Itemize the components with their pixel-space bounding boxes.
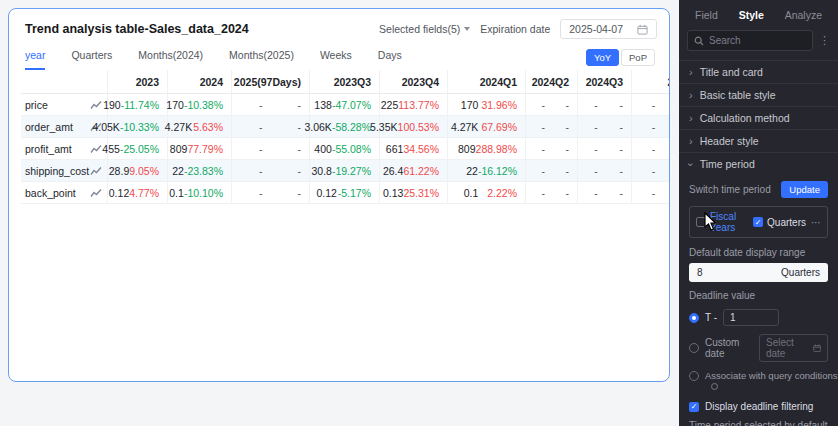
tab-year[interactable]: year — [25, 49, 45, 70]
cell-value: 138 — [305, 99, 332, 111]
custom-date-option: Custom date Select date — [689, 334, 828, 362]
cell-percent: -55.08% — [332, 143, 371, 155]
cell-value: 30.8 — [305, 165, 332, 177]
default-range-label: Default date display range — [689, 247, 828, 258]
table-cell: -- — [231, 116, 309, 138]
cell-percent: - — [545, 165, 569, 177]
cell-value: 225 — [372, 99, 398, 111]
section-header-style[interactable]: ›Header style — [679, 129, 838, 152]
cell-percent: -19.27% — [332, 165, 371, 177]
update-button[interactable]: Update — [781, 181, 828, 198]
cell-percent: 67.69% — [478, 121, 517, 133]
cell-percent: - — [598, 143, 623, 155]
corner-cell — [85, 70, 107, 94]
search-input[interactable]: Search — [687, 30, 813, 51]
row-label: shipping_cost — [21, 160, 85, 182]
column-header-2024q2[interactable]: 2024Q2 — [525, 70, 577, 94]
column-header-2024q1[interactable]: 2024Q1 — [447, 70, 525, 94]
table-cell: -- — [231, 94, 309, 116]
tab-months-2024[interactable]: Months(2024) — [138, 49, 203, 70]
table-cell: -- — [631, 182, 669, 204]
table-row-back-point: back_point0.124.77%0.1-10.10%--0.12-5.17… — [21, 182, 669, 204]
cell-percent: - — [598, 187, 623, 199]
column-header-2024[interactable]: 2024 — [167, 70, 231, 94]
search-icon — [694, 36, 704, 46]
more-options-icon[interactable]: ⋮ — [819, 34, 830, 47]
display-deadline-checkbox[interactable]: ✓ Display deadline filtering — [689, 401, 828, 412]
cell-percent: - — [598, 165, 623, 177]
cell-percent: - — [545, 121, 569, 133]
cell-percent: 2.22% — [478, 187, 517, 199]
range-value: 8 — [697, 267, 703, 278]
cell-percent: 9.05% — [129, 165, 159, 177]
cell-value: 5.35K — [370, 121, 397, 133]
column-header-2023q4[interactable]: 2023Q4 — [379, 70, 447, 94]
table-row-shipping-cost: shipping_cost28.99.05%22-23.83%--30.8-19… — [21, 160, 669, 182]
custom-date-radio[interactable] — [689, 343, 699, 353]
cell-value: - — [526, 165, 545, 177]
table-header-row: 202320242025(97Days)2023Q32023Q42024Q120… — [21, 70, 669, 94]
selected-fields-dropdown[interactable]: Selected fields(5) — [379, 23, 470, 35]
section-title-and-card[interactable]: ›Title and card — [679, 60, 838, 83]
associate-radio[interactable] — [689, 371, 699, 381]
section-basic-table-style[interactable]: ›Basic table style — [679, 83, 838, 106]
expiration-date-input[interactable]: 2025-04-07 — [560, 19, 657, 39]
cell-value: - — [232, 165, 262, 177]
table-row-profit-amt: profit_amt455-25.05%80977.79%--400-55.08… — [21, 138, 669, 160]
pop-toggle[interactable]: PoP — [621, 49, 655, 66]
custom-date-input[interactable]: Select date — [759, 334, 828, 362]
cell-percent: - — [598, 99, 623, 111]
app: Trend analysis table-Sales_data_2024 Sel… — [0, 0, 838, 426]
column-header-2024q3[interactable]: 2024Q3 — [577, 70, 631, 94]
date-range-input[interactable]: 8 Quarters — [689, 263, 828, 282]
t-minus-radio[interactable] — [689, 313, 699, 323]
tab-days[interactable]: Days — [378, 49, 402, 70]
fiscal-years-checkbox[interactable]: Fiscal Years — [696, 211, 748, 233]
panel-tab-field[interactable]: Field — [695, 9, 718, 21]
cell-percent: 113.77% — [398, 99, 439, 111]
cell-value: - — [232, 99, 262, 111]
selected-fields-label: Selected fields(5) — [379, 23, 460, 35]
tab-quarters[interactable]: Quarters — [71, 49, 112, 70]
quarters-checkbox[interactable]: ✓ Quarters — [753, 217, 806, 228]
table-cell: -- — [231, 138, 309, 160]
tab-weeks[interactable]: Weeks — [320, 49, 352, 70]
cell-value: - — [526, 187, 545, 199]
t-minus-value-input[interactable]: 1 — [723, 309, 779, 326]
view-tabs: yearQuartersMonths(2024)Months(2025)Week… — [25, 49, 402, 70]
table-cell: -- — [631, 116, 669, 138]
trend-analysis-card: Trend analysis table-Sales_data_2024 Sel… — [8, 8, 670, 382]
table-cell: 190-11.74% — [107, 94, 167, 116]
trend-line-icon[interactable] — [85, 182, 107, 204]
cell-value: 22 — [448, 165, 478, 177]
section-time-period[interactable]: ›Time period — [679, 152, 838, 175]
table-row-order-amt: order_amt4.05K-10.33%4.27K5.63%--3.06K-5… — [21, 116, 669, 138]
column-header-2023q3[interactable]: 2023Q3 — [309, 70, 379, 94]
section-calculation-method[interactable]: ›Calculation method — [679, 106, 838, 129]
cell-percent: - — [545, 99, 569, 111]
column-header-2023[interactable]: 2023 — [107, 70, 167, 94]
panel-tab-style[interactable]: Style — [739, 9, 764, 21]
cell-percent: -58.28% — [332, 121, 371, 133]
cell-percent: -11.74% — [121, 99, 159, 111]
page-title: Trend analysis table-Sales_data_2024 — [25, 22, 249, 36]
table-cell: -- — [231, 182, 309, 204]
table-cell: 400-55.08% — [309, 138, 379, 160]
panel-sections: ›Title and card›Basic table style›Calcul… — [679, 60, 838, 175]
cell-percent: -16.12% — [478, 165, 517, 177]
panel-tab-analyze[interactable]: Analyze — [785, 9, 822, 21]
cell-percent: - — [545, 187, 569, 199]
trend-line-icon[interactable] — [85, 160, 107, 182]
column-header-2025-97days[interactable]: 2025(97Days) — [231, 70, 309, 94]
ellipsis-icon[interactable]: ⋯ — [811, 217, 821, 228]
yoy-toggle[interactable]: YoY — [586, 49, 619, 66]
column-header-202[interactable]: 202 — [631, 70, 669, 94]
table-cell: -- — [577, 182, 631, 204]
chevron-icon: › — [689, 113, 693, 124]
table-cell: -- — [577, 116, 631, 138]
chevron-icon: › — [689, 90, 693, 101]
tab-months-2025[interactable]: Months(2025) — [229, 49, 294, 70]
associate-label: Associate with query conditions — [705, 370, 838, 381]
t-minus-option: T - 1 — [689, 309, 828, 326]
cell-value: 28.9 — [107, 165, 129, 177]
